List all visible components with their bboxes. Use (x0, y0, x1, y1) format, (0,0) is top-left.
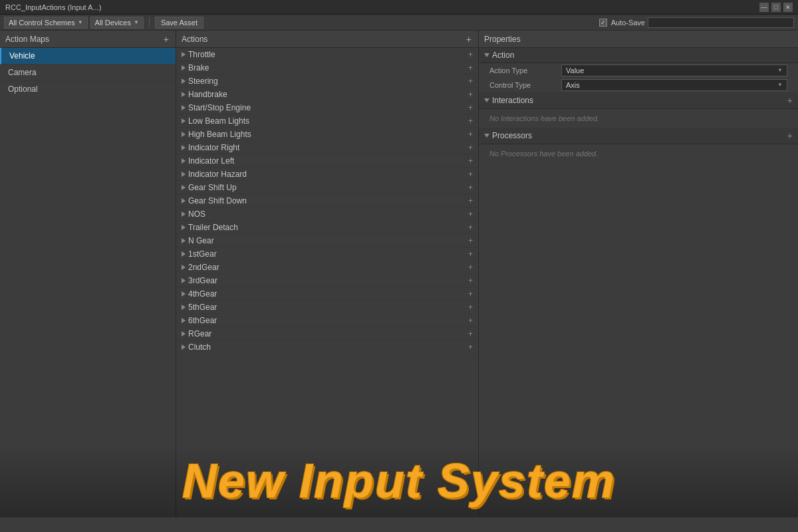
save-asset-button[interactable]: Save Asset (155, 17, 203, 29)
action-map-camera[interactable]: Camera (0, 65, 176, 81)
action-item-label: Gear Shift Down (188, 196, 247, 205)
action-item-left: Gear Shift Up (182, 183, 237, 192)
all-devices-dropdown[interactable]: All Devices ▼ (90, 17, 144, 29)
collapse-icon (484, 98, 489, 102)
control-schemes-dropdown[interactable]: All Control Schemes ▼ (4, 17, 88, 29)
maximize-button[interactable]: □ (771, 3, 781, 12)
control-type-row: Control Type Axis ▼ (479, 78, 798, 92)
add-binding-button[interactable]: + (468, 116, 473, 126)
action-item[interactable]: NOS + (176, 207, 478, 221)
expand-icon (182, 198, 186, 203)
action-item[interactable]: RGear + (176, 327, 478, 340)
action-item[interactable]: Steering + (176, 74, 478, 88)
add-binding-button[interactable]: + (468, 196, 473, 205)
action-item[interactable]: Indicator Right + (176, 141, 478, 154)
autosave-checkbox[interactable]: ✓ (599, 19, 607, 27)
action-map-vehicle[interactable]: Vehicle (0, 48, 176, 65)
add-binding-button[interactable]: + (468, 90, 473, 99)
add-binding-button[interactable]: + (468, 223, 473, 232)
expand-icon (182, 251, 186, 257)
action-item-label: 1stGear (188, 249, 217, 259)
add-binding-button[interactable]: + (468, 329, 473, 338)
interactions-section-title: Interactions (484, 96, 533, 105)
actions-list: Throttle + Brake + Steering + Handbrake … (176, 48, 478, 354)
action-item-label: Steering (188, 76, 218, 86)
action-item[interactable]: Brake + (176, 61, 478, 74)
add-binding-button[interactable]: + (468, 156, 473, 166)
add-binding-button[interactable]: + (468, 103, 473, 112)
action-item[interactable]: Low Beam Lights + (176, 114, 478, 128)
processors-section-header[interactable]: Processors + (479, 128, 798, 144)
interactions-section-header[interactable]: Interactions + (479, 92, 798, 109)
add-binding-button[interactable]: + (468, 130, 473, 139)
expand-icon (182, 92, 186, 97)
action-item-label: Brake (188, 63, 209, 72)
action-item-label: N Gear (188, 236, 214, 245)
collapse-icon (484, 134, 489, 138)
action-section-title: Action (484, 51, 514, 60)
action-item[interactable]: 2ndGear + (176, 261, 478, 274)
add-processor-button[interactable]: + (787, 130, 793, 141)
action-item[interactable]: 4thGear + (176, 287, 478, 301)
action-item[interactable]: Indicator Hazard + (176, 168, 478, 181)
add-action-map-button[interactable]: + (162, 35, 170, 44)
add-binding-button[interactable]: + (468, 263, 473, 272)
action-item[interactable]: N Gear + (176, 234, 478, 247)
action-item[interactable]: Handbrake + (176, 88, 478, 101)
actions-header: Actions + (176, 31, 478, 48)
action-type-row: Action Type Value ▼ (479, 63, 798, 78)
add-binding-button[interactable]: + (468, 276, 473, 285)
action-item[interactable]: Indicator Left + (176, 154, 478, 168)
add-binding-button[interactable]: + (468, 303, 473, 312)
add-binding-button[interactable]: + (468, 63, 473, 72)
action-map-optional[interactable]: Optional (0, 81, 176, 98)
window-controls: — □ ✕ (759, 3, 793, 12)
add-binding-button[interactable]: + (468, 249, 473, 259)
action-item-label: High Beam Lights (188, 130, 251, 139)
action-item[interactable]: Throttle + (176, 48, 478, 61)
add-interaction-button[interactable]: + (787, 95, 793, 106)
autosave-label: Auto-Save (611, 19, 645, 27)
action-item[interactable]: 6thGear + (176, 314, 478, 327)
action-item-left: Throttle (182, 50, 215, 59)
dropdown-arrow-icon: ▼ (78, 19, 83, 25)
action-item[interactable]: Trailer Detach + (176, 221, 478, 234)
action-item-left: Indicator Hazard (182, 170, 247, 179)
add-binding-button[interactable]: + (468, 50, 473, 59)
add-binding-button[interactable]: + (468, 143, 473, 152)
action-item[interactable]: Start/Stop Engine + (176, 101, 478, 114)
add-binding-button[interactable]: + (468, 76, 473, 86)
action-item-left: Indicator Right (182, 143, 239, 152)
control-type-label: Control Type (489, 81, 556, 89)
control-type-dropdown[interactable]: Axis ▼ (561, 79, 787, 91)
add-binding-button[interactable]: + (468, 342, 473, 352)
action-item-left: 3rdGear (182, 276, 217, 285)
action-item-label: 3rdGear (188, 276, 217, 285)
action-item[interactable]: High Beam Lights + (176, 128, 478, 141)
add-binding-button[interactable]: + (468, 209, 473, 219)
action-item-label: 5thGear (188, 303, 217, 312)
action-item[interactable]: 3rdGear + (176, 274, 478, 287)
action-section-header[interactable]: Action (479, 48, 798, 63)
close-button[interactable]: ✕ (783, 3, 793, 12)
add-binding-button[interactable]: + (468, 236, 473, 245)
add-binding-button[interactable]: + (468, 170, 473, 179)
add-binding-button[interactable]: + (468, 316, 473, 325)
action-item[interactable]: 5thGear + (176, 301, 478, 314)
action-item[interactable]: Clutch + (176, 340, 478, 354)
action-type-dropdown[interactable]: Value ▼ (561, 65, 787, 76)
action-item-label: Start/Stop Engine (188, 103, 251, 112)
action-item[interactable]: Gear Shift Down + (176, 194, 478, 207)
minimize-button[interactable]: — (759, 3, 769, 12)
action-item-left: RGear (182, 329, 211, 338)
add-binding-button[interactable]: + (468, 183, 473, 192)
expand-icon (182, 238, 186, 243)
action-item[interactable]: Gear Shift Up + (176, 181, 478, 194)
action-item-left: Steering (182, 76, 218, 86)
action-item-left: 2ndGear (182, 263, 219, 272)
search-input[interactable] (648, 17, 794, 28)
action-item[interactable]: 1stGear + (176, 247, 478, 261)
action-item-label: Indicator Right (188, 143, 239, 152)
add-binding-button[interactable]: + (468, 289, 473, 299)
add-action-button[interactable]: + (465, 35, 473, 44)
